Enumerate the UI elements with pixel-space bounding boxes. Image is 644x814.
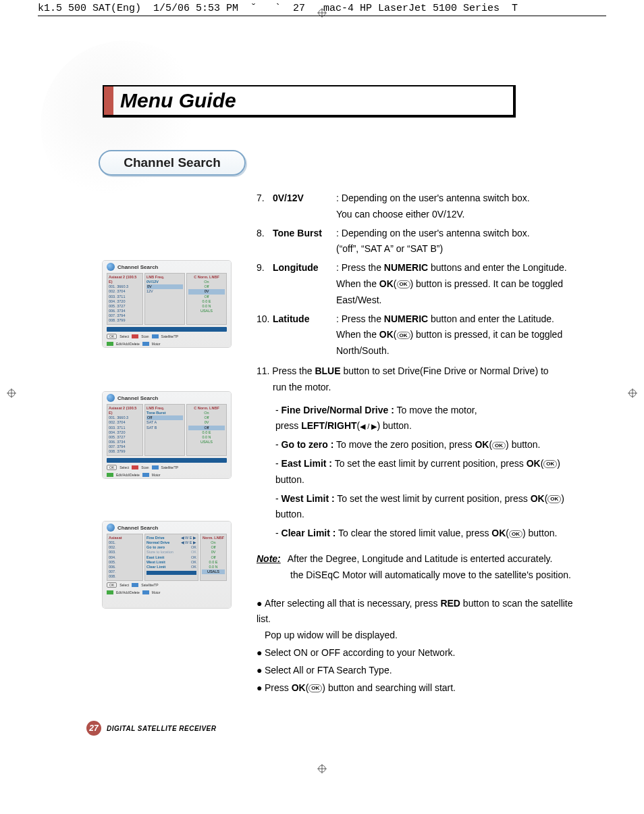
note-label: Note: — [257, 553, 281, 564]
drive-sublist: - Fine Drive/Normal Drive : To move the … — [275, 403, 576, 542]
item-desc: : Depending on the user's antenna switch… — [336, 190, 576, 223]
ok-icon: OK — [547, 495, 561, 503]
signal-bar — [107, 458, 227, 463]
ok-icon: OK — [509, 530, 522, 538]
screenshot-footer-2: Edit/Add/Delete Motor — [103, 340, 231, 347]
bullet-1: ●After selecting all that is necessary, … — [257, 596, 576, 644]
left-right-icon: ◀ / ▶ — [360, 420, 377, 433]
item-10: 10. Latitude : Press the NUMERIC button … — [257, 311, 576, 359]
ok-icon: OK — [397, 280, 410, 288]
item-7: 7. 0V/12V : Depending on the user's ante… — [257, 190, 576, 223]
page-title: Menu Guide — [113, 86, 236, 115]
subitem-east-limit: - East Limit : To set the east limit by … — [275, 456, 576, 488]
item-number: 7. — [257, 190, 273, 223]
crop-mark-bottom — [317, 764, 327, 773]
bullet-4: ●Press OK(OK) button and searching will … — [257, 680, 576, 696]
ok-icon: OK — [308, 684, 322, 692]
screenshot-title: Channel Search — [117, 395, 158, 401]
item-term: 0V/12V — [273, 190, 336, 223]
signal-bar — [107, 327, 227, 332]
crop-mark-right — [628, 388, 637, 398]
page-footer: 27 DIGITAL SATELLITE RECEIVER — [86, 721, 216, 736]
freq-header: LNB Freq. — [146, 275, 183, 280]
note-block: Note: After the Degree, Longitude and La… — [257, 551, 576, 584]
footer-label: DIGITAL SATELLITE RECEIVER — [107, 725, 216, 732]
globe-icon — [107, 263, 115, 271]
right-header: C Norm. LNBF — [188, 275, 225, 280]
section-heading: Channel Search — [99, 150, 246, 176]
note-text-2: the DiSEqC Motor will automatically move… — [290, 569, 571, 580]
subitem-go-to-zero: - Go to zero : To move the zero position… — [275, 437, 576, 453]
note-text-1: After the Degree, Longitude and Latitude… — [288, 551, 553, 567]
crop-mark-top — [317, 8, 327, 18]
bullet-list: ●After selecting all that is necessary, … — [257, 596, 576, 696]
subitem-clear-limit: - Clear Limit : To clear the stored limi… — [275, 526, 576, 542]
main-content: 7. 0V/12V : Depending on the user's ante… — [257, 190, 576, 697]
sat-header: Asiasat 2 (100.5 E) — [109, 275, 141, 284]
screenshot-2: Channel Search Asiasat 2 (100.5 E) 001. … — [103, 392, 231, 478]
background-decoration — [41, 41, 209, 209]
screenshot-3: Channel Search Asiasat 001. 002. 003. 00… — [103, 522, 231, 608]
item-11: 11. Press the BLUE button to set Drive(F… — [257, 363, 576, 396]
bullet-3: ●Select All or FTA Search Type. — [257, 663, 576, 679]
globe-icon — [107, 524, 115, 532]
title-accent — [104, 86, 113, 115]
screenshot-title: Channel Search — [117, 525, 158, 531]
screenshot-footer: OKSelect Scan Satellite/TP — [103, 332, 231, 340]
mid-label: 0V/12V — [146, 280, 183, 284]
subitem-fine-drive: - Fine Drive/Normal Drive : To move the … — [275, 403, 576, 435]
crop-mark-left — [7, 388, 16, 398]
ok-icon: OK — [543, 460, 557, 468]
bullet-2: ●Select ON or OFF according to your Netw… — [257, 645, 576, 661]
page-number: 27 — [86, 721, 101, 736]
mid-opt: 12V — [146, 289, 183, 294]
mid-opt: 0V — [146, 284, 183, 289]
ok-icon: OK — [492, 442, 506, 450]
item-9: 9. Longitude : Press the NUMERIC buttons… — [257, 260, 576, 308]
ok-icon: OK — [397, 332, 410, 340]
item-8: 8. Tone Burst : Depending on the user's … — [257, 226, 576, 258]
screenshot-title: Channel Search — [117, 264, 158, 270]
screenshot-1: Channel Search Asiasat 2 (100.5 E) 001. … — [103, 261, 231, 347]
subitem-west-limit: - West Limit : To set the west limit by … — [275, 491, 576, 524]
page-title-bar: Menu Guide — [103, 85, 516, 118]
globe-icon — [107, 394, 115, 402]
